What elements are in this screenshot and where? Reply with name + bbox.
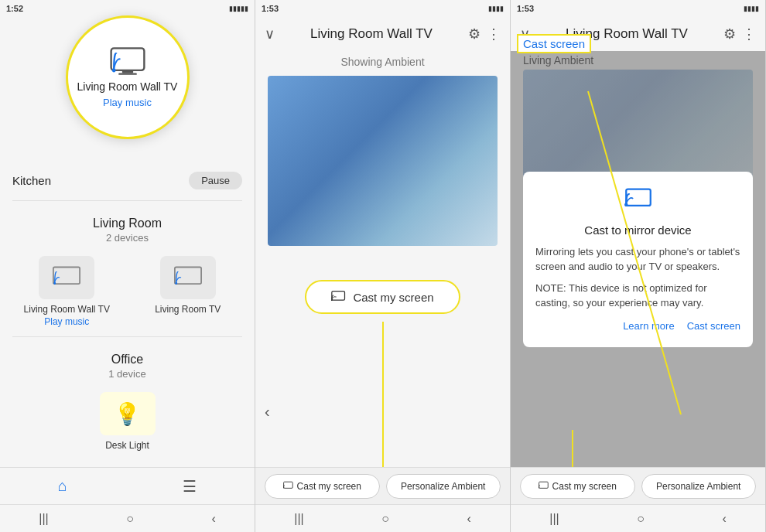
- cast-mirror-icon: [624, 187, 652, 212]
- kitchen-name: Kitchen: [12, 174, 51, 187]
- recents-icon-2[interactable]: |||: [294, 512, 303, 526]
- cast-icon: [53, 264, 80, 292]
- dialog-body: Mirroring lets you cast your phone's or …: [535, 244, 740, 311]
- cast-icon-btn: [331, 289, 347, 305]
- settings-icon-2[interactable]: ⚙: [468, 26, 480, 43]
- svg-rect-13: [626, 189, 651, 205]
- group-name-office: Office: [12, 353, 242, 367]
- svg-rect-11: [283, 482, 292, 488]
- cast-screen-button[interactable]: Cast screen: [687, 320, 740, 332]
- home-button-3[interactable]: ○: [637, 512, 645, 526]
- cast-my-screen-tab-3[interactable]: Cast my screen: [520, 474, 635, 499]
- signal-icon: ▮▮▮▮▮: [229, 5, 248, 12]
- cast-my-screen-label: Cast my screen: [353, 291, 433, 304]
- status-icons-2: ▮▮▮▮: [488, 5, 504, 12]
- device-icon-box-light: 💡: [100, 392, 156, 435]
- living-room-group: Living Room 2 devices: [0, 204, 255, 250]
- back-button-2[interactable]: ‹: [467, 512, 470, 526]
- status-bar-1: 1:52 ▮▮▮▮▮: [0, 0, 255, 17]
- lightbulb-icon: 💡: [114, 401, 141, 427]
- pause-button[interactable]: Pause: [189, 172, 242, 189]
- personalize-ambient-tab[interactable]: Personalize Ambient: [386, 474, 501, 499]
- divider-1: [12, 200, 242, 201]
- personalize-ambient-label-3: Personalize Ambient: [656, 481, 740, 492]
- living-room-devices: Living Room Wall TV Play music Living Ro…: [0, 250, 255, 333]
- highlighted-device-title: Living Room Wall TV: [77, 80, 178, 94]
- svg-point-9: [331, 299, 333, 301]
- page-title-2: Living Room Wall TV: [275, 26, 468, 42]
- cast-mirror-dialog: Cast to mirror device Mirroring lets you…: [523, 172, 753, 347]
- kitchen-row: Kitchen Pause: [0, 164, 255, 197]
- group-count-office: 1 device: [12, 368, 242, 380]
- bottom-nav-1: ⌂ ☰: [0, 467, 255, 504]
- signal-icon-3: ▮▮▮▮: [744, 5, 759, 12]
- list-item[interactable]: Living Room TV: [134, 256, 243, 327]
- divider-2: [12, 336, 242, 337]
- recents-icon[interactable]: |||: [39, 512, 48, 526]
- svg-rect-4: [53, 268, 80, 285]
- back-button-3[interactable]: ‹: [722, 512, 726, 526]
- back-icon-2[interactable]: ∨: [265, 26, 275, 43]
- ambient-preview: [268, 76, 498, 246]
- time-2: 1:53: [262, 4, 279, 13]
- svg-rect-17: [539, 482, 548, 488]
- svg-point-3: [111, 69, 115, 73]
- tab-bar-3: Cast my screen Personalize Ambient: [511, 467, 765, 504]
- microphone-icon[interactable]: 🎙: [117, 463, 138, 467]
- svg-rect-0: [111, 48, 144, 70]
- office-group: Office 1 device: [0, 340, 255, 386]
- learn-more-button[interactable]: Learn more: [623, 320, 674, 332]
- system-nav-1: ||| ○ ‹: [0, 504, 255, 532]
- office-devices: 💡 Desk Light: [0, 386, 255, 457]
- svg-point-7: [175, 282, 177, 285]
- group-name-living-room: Living Room: [12, 217, 242, 230]
- device-icon-box-wall-tv: [39, 256, 94, 299]
- device-action-wall-tv[interactable]: Play music: [44, 316, 89, 327]
- list-item[interactable]: 💡 Desk Light: [89, 392, 166, 451]
- dialog-title: Cast to mirror device: [535, 223, 740, 237]
- highlighted-device-subtitle[interactable]: Play music: [103, 97, 152, 108]
- home-button[interactable]: ○: [126, 512, 134, 526]
- back-indicator[interactable]: ‹: [265, 403, 270, 421]
- cast-my-screen-button[interactable]: Cast my screen: [305, 280, 460, 314]
- cast-tab-icon: [283, 481, 294, 492]
- group-count-living-room: 2 devices: [12, 232, 242, 244]
- panel2-subtitle: Showing Ambient: [255, 51, 510, 76]
- recents-icon-3[interactable]: |||: [549, 512, 559, 526]
- dialog-cast-icon: [535, 187, 740, 217]
- status-bar-2: 1:53 ▮▮▮▮: [255, 0, 510, 17]
- cast-my-screen-tab[interactable]: Cast my screen: [265, 474, 380, 499]
- phone-panel-1: 1:52 ▮▮▮▮▮ Living Room Wall TV Play musi…: [0, 0, 255, 532]
- cast-tab-icon-3: [539, 481, 549, 492]
- cast-my-screen-tab-label: Cast my screen: [297, 481, 361, 492]
- settings-icon-3[interactable]: ⚙: [723, 26, 736, 43]
- home-icon[interactable]: ⌂: [58, 477, 67, 495]
- more-icon-2[interactable]: ⋮: [487, 26, 501, 43]
- svg-point-18: [539, 487, 539, 488]
- list-icon[interactable]: ☰: [183, 477, 197, 496]
- system-nav-3: ||| ○ ‹: [511, 504, 765, 532]
- home-button-2[interactable]: ○: [381, 512, 389, 526]
- nav-bar-2: ∨ Living Room Wall TV ⚙ ⋮: [255, 17, 510, 51]
- cast-icon-2: [174, 264, 202, 292]
- time-3: 1:53: [517, 4, 534, 13]
- svg-rect-2: [118, 73, 137, 75]
- phone-panel-2: 1:53 ▮▮▮▮ ∨ Living Room Wall TV ⚙ ⋮ Show…: [255, 0, 511, 532]
- status-icons-1: ▮▮▮▮▮: [229, 5, 248, 12]
- signal-icon-2: ▮▮▮▮: [488, 5, 504, 12]
- more-icon-3[interactable]: ⋮: [742, 26, 756, 43]
- dialog-overlay: Cast to mirror device Mirroring lets you…: [511, 51, 765, 467]
- svg-point-12: [283, 487, 284, 488]
- phone-panel-3: 1:53 ▮▮▮▮ ∨ Living Room Wall TV ⚙ ⋮ Cast…: [511, 0, 766, 532]
- cast-screen-label: Cast screen: [517, 34, 591, 53]
- svg-point-5: [54, 282, 56, 285]
- svg-rect-6: [175, 268, 201, 285]
- dialog-actions: Learn more Cast screen: [535, 320, 740, 332]
- back-button[interactable]: ‹: [211, 512, 215, 526]
- kitchen-info: Kitchen: [12, 174, 51, 187]
- device-name-tv: Living Room TV: [155, 304, 221, 315]
- list-item[interactable]: Living Room Wall TV Play music: [12, 256, 121, 327]
- device-name-desk-light: Desk Light: [105, 440, 149, 451]
- personalize-ambient-tab-3[interactable]: Personalize Ambient: [641, 474, 757, 499]
- cast-tv-icon: [109, 46, 146, 76]
